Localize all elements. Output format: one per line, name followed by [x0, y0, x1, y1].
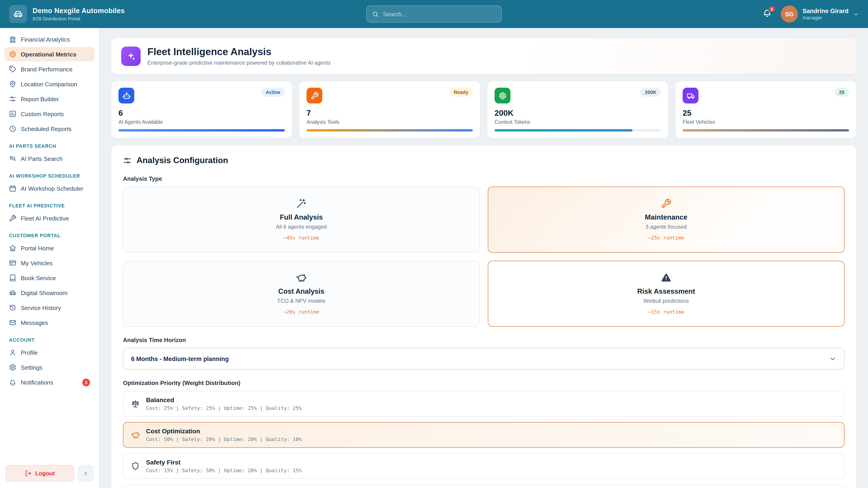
- sidebar-item-profile[interactable]: Profile: [4, 345, 94, 360]
- pin-icon: [9, 80, 16, 88]
- sidebar-item-ai-workshop-scheduler[interactable]: AI Workshop Scheduler: [4, 181, 94, 196]
- cpu-icon: [498, 92, 506, 100]
- analysis-type-full-analysis[interactable]: Full Analysis All 6 agents engaged ~45s …: [123, 187, 480, 253]
- notifications-button[interactable]: 3: [763, 8, 772, 20]
- stat-progress-fill: [119, 129, 285, 131]
- time-horizon-select[interactable]: 6 Months - Medium-term planning: [123, 348, 844, 369]
- type-desc: All 6 agents engaged: [276, 224, 327, 230]
- sidebar-item-notifications[interactable]: Notifications 3: [4, 375, 94, 390]
- sidebar-item-label: Report Builder: [21, 96, 59, 102]
- sidebar-item-ai-parts-search[interactable]: AI Parts Search: [4, 151, 94, 166]
- sidebar-item-financial-analytics[interactable]: Financial Analytics: [4, 32, 94, 46]
- stats-row: Active 6 AI Agents Available Ready 7 Ana…: [111, 81, 856, 138]
- priority-safety-first[interactable]: Safety First Cost: 15% | Safety: 50% | U…: [123, 453, 844, 479]
- sidebar-item-label: Scheduled Reports: [21, 125, 71, 132]
- stat-progress-fill: [683, 129, 849, 131]
- sidebar-item-label: Custom Reports: [21, 110, 64, 117]
- chevron-down-icon: [853, 11, 859, 17]
- analysis-type-maintenance[interactable]: Maintenance 3 agents focused ~25s runtim…: [488, 187, 844, 253]
- page-subtitle: Enterprise-grade predictive maintenance …: [147, 60, 331, 66]
- time-horizon-label: Analysis Time Horizon: [123, 337, 844, 344]
- analysis-type-cost-analysis[interactable]: Cost Analysis TCO & NPV models ~20s runt…: [123, 261, 480, 327]
- analysis-type-label: Analysis Type: [123, 175, 844, 182]
- type-name: Risk Assessment: [637, 287, 695, 295]
- stat-progress-track: [495, 129, 661, 131]
- priority-name: Safety First: [146, 459, 302, 466]
- stat-badge: 200K: [640, 88, 661, 97]
- top-header: Demo Nexgile Automobiles B2B Distributio…: [0, 0, 868, 28]
- sidebar-item-messages[interactable]: Messages: [4, 315, 94, 330]
- user-name: Sandrine Girard: [802, 8, 848, 14]
- scale-icon: [131, 399, 140, 408]
- search-input[interactable]: [383, 11, 496, 18]
- type-name: Cost Analysis: [278, 287, 324, 295]
- sidebar-section-customer-portal: CUSTOMER PORTAL: [9, 233, 90, 238]
- priority-max-uptime[interactable]: Max Uptime: [123, 484, 844, 488]
- stat-label: AI Agents Available: [119, 119, 285, 125]
- app-subtitle: B2B Distribution Portal: [33, 16, 125, 21]
- sidebar-item-my-vehicles[interactable]: My Vehicles: [4, 256, 94, 270]
- search-doc-icon: [9, 155, 16, 162]
- priority-balanced[interactable]: Balanced Cost: 25% | Safety: 25% | Uptim…: [123, 391, 844, 417]
- stat-badge: Ready: [449, 88, 473, 97]
- sidebar-item-location-comparison[interactable]: Location Comparison: [4, 77, 94, 91]
- stat-progress-fill: [495, 129, 633, 131]
- sidebar-item-operational-metrics[interactable]: Operational Metrics: [4, 47, 94, 61]
- user-menu[interactable]: SG Sandrine Girard manager: [781, 5, 859, 23]
- sidebar-item-portal-home[interactable]: Portal Home: [4, 241, 94, 255]
- logout-icon: [25, 470, 32, 477]
- priority-desc: Cost: 15% | Safety: 50% | Uptime: 20% | …: [146, 468, 302, 474]
- tag-icon: [9, 66, 16, 73]
- brand[interactable]: Demo Nexgile Automobiles B2B Distributio…: [9, 5, 125, 23]
- sidebar-item-service-history[interactable]: Service History: [4, 300, 94, 315]
- bank-icon: [9, 36, 16, 43]
- sidebar-item-label: Portal Home: [21, 245, 54, 252]
- chevron-down-icon: [829, 355, 836, 362]
- sidebar-item-brand-performance[interactable]: Brand Performance: [4, 62, 94, 76]
- wand-icon: [296, 198, 307, 209]
- sidebar: Financial Analytics Operational Metrics …: [0, 28, 99, 488]
- sidebar-item-fleet-ai-predictive[interactable]: Fleet AI Predictive: [4, 211, 94, 225]
- type-name: Full Analysis: [280, 213, 323, 221]
- stat-icon-tile: [119, 88, 134, 103]
- stat-card-ai-agents-available: Active 6 AI Agents Available: [111, 81, 292, 138]
- logout-button[interactable]: Logout: [5, 465, 74, 482]
- sidebar-item-settings[interactable]: Settings: [4, 360, 94, 375]
- analysis-configuration-card: Analysis Configuration Analysis Type Ful…: [111, 145, 856, 488]
- sidebar-item-custom-reports[interactable]: Custom Reports: [4, 107, 94, 121]
- sidebar-item-report-builder[interactable]: Report Builder: [4, 92, 94, 106]
- sliders-icon: [9, 95, 16, 103]
- stat-label: Fleet Vehicles: [683, 119, 849, 125]
- priority-name: Balanced: [146, 396, 302, 403]
- sidebar-item-label: Messages: [21, 319, 48, 326]
- gear-icon: [9, 364, 16, 371]
- type-runtime: ~25s runtime: [648, 235, 684, 241]
- sidebar-collapse-button[interactable]: [78, 465, 94, 481]
- sidebar-item-book-service[interactable]: Book Service: [4, 271, 94, 285]
- type-name: Maintenance: [645, 213, 687, 221]
- priority-cost-optimization[interactable]: Cost Optimization Cost: 50% | Safety: 20…: [123, 422, 844, 448]
- logout-label: Logout: [35, 470, 55, 477]
- global-search[interactable]: [366, 5, 502, 23]
- sidebar-badge: 3: [82, 379, 90, 386]
- sidebar-item-digital-showroom[interactable]: Digital Showroom: [4, 286, 94, 300]
- page-title: Fleet Intelligence Analysis: [147, 46, 331, 58]
- stat-card-context-tokens: 200K 200K Context Tokens: [487, 81, 668, 138]
- app: Demo Nexgile Automobiles B2B Distributio…: [0, 0, 868, 488]
- type-runtime: ~45s runtime: [283, 235, 319, 241]
- app-logo: [9, 5, 27, 23]
- header-actions: 3 SG Sandrine Girard manager: [763, 5, 859, 23]
- stat-progress-track: [119, 129, 285, 131]
- sidebar-item-label: Notifications: [21, 379, 53, 386]
- stat-value: 25: [683, 108, 849, 118]
- sidebar-item-label: Financial Analytics: [21, 36, 70, 43]
- car-icon: [13, 9, 23, 19]
- priority-name: Cost Optimization: [146, 427, 302, 435]
- wrench-icon: [661, 198, 671, 209]
- type-desc: Weibull predictions: [644, 298, 689, 304]
- sidebar-item-label: Brand Performance: [21, 66, 72, 72]
- sidebar-item-scheduled-reports[interactable]: Scheduled Reports: [4, 122, 94, 136]
- sidebar-item-label: Profile: [21, 349, 38, 356]
- sliders-icon: [123, 156, 131, 165]
- analysis-type-risk-assessment[interactable]: Risk Assessment Weibull predictions ~15s…: [488, 261, 844, 327]
